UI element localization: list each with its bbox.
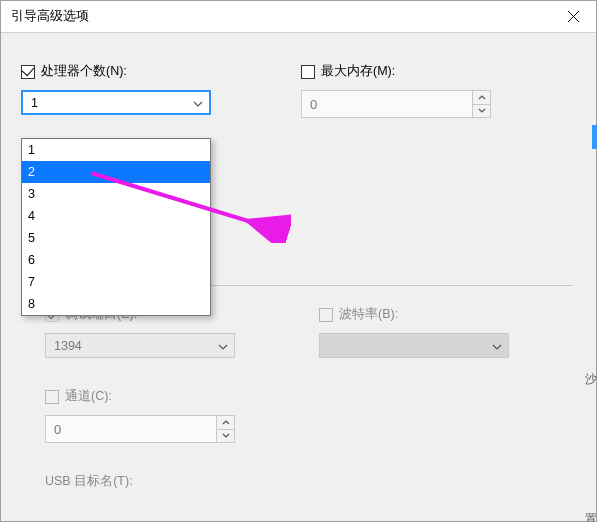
dialog-window: 引导高级选项 处理器个数(N): 1 (0, 0, 597, 522)
dropdown-option[interactable]: 7 (22, 271, 210, 293)
baud-checkbox[interactable] (319, 308, 333, 322)
channel-section: 通道(C): 0 (45, 388, 235, 443)
channel-spinner[interactable]: 0 (45, 415, 235, 443)
channel-checkbox[interactable] (45, 390, 59, 404)
close-icon (568, 11, 579, 22)
edge-clip: 沙 置 (589, 41, 597, 521)
spinner-down-button[interactable] (217, 430, 234, 443)
channel-label: 通道(C): (65, 388, 112, 405)
spinner-buttons (472, 91, 490, 117)
spinner-down-button[interactable] (473, 105, 490, 118)
maxmem-value: 0 (302, 91, 472, 117)
debug-group: 调试端口(E): 1394 波特率(B): (31, 285, 573, 522)
dropdown-option[interactable]: 2 (22, 161, 210, 183)
baud-combobox[interactable] (319, 333, 509, 358)
spinner-buttons (216, 416, 234, 442)
maxmem-section: 最大内存(M): 0 (301, 63, 491, 118)
edge-char: 沙 (585, 371, 597, 388)
processors-dropdown-popup: 1 2 3 4 5 6 7 8 (21, 138, 211, 316)
spinner-up-button[interactable] (217, 416, 234, 430)
channel-value: 0 (46, 416, 216, 442)
edge-char2: 置 (585, 511, 597, 522)
dialog-content: 处理器个数(N): 1 最大内存(M): 0 (1, 33, 596, 150)
spinner-up-button[interactable] (473, 91, 490, 105)
maxmem-spinner[interactable]: 0 (301, 90, 491, 118)
processors-label: 处理器个数(N): (41, 63, 127, 80)
processors-section: 处理器个数(N): 1 (21, 63, 211, 118)
dropdown-option[interactable]: 8 (22, 293, 210, 315)
dropdown-option[interactable]: 4 (22, 205, 210, 227)
dropdown-option[interactable]: 1 (22, 139, 210, 161)
processors-checkbox[interactable] (21, 65, 35, 79)
dropdown-option[interactable]: 3 (22, 183, 210, 205)
baud-label: 波特率(B): (339, 306, 398, 323)
usb-section: USB 目标名(T): (45, 473, 133, 490)
baud-section: 波特率(B): (319, 306, 509, 358)
chevron-down-icon (218, 339, 228, 353)
dropdown-option[interactable]: 6 (22, 249, 210, 271)
edge-blue-strip (592, 125, 597, 149)
close-button[interactable] (550, 1, 596, 33)
debugport-value: 1394 (54, 339, 82, 353)
dialog-title: 引导高级选项 (11, 8, 89, 25)
chevron-down-icon (492, 339, 502, 353)
title-bar: 引导高级选项 (1, 1, 596, 33)
debugport-combobox[interactable]: 1394 (45, 333, 235, 358)
usb-label: USB 目标名(T): (45, 474, 133, 488)
maxmem-label: 最大内存(M): (321, 63, 395, 80)
processors-combobox-value: 1 (31, 96, 38, 110)
dropdown-option[interactable]: 5 (22, 227, 210, 249)
chevron-down-icon (193, 96, 203, 110)
maxmem-checkbox[interactable] (301, 65, 315, 79)
processors-combobox[interactable]: 1 (21, 90, 211, 115)
